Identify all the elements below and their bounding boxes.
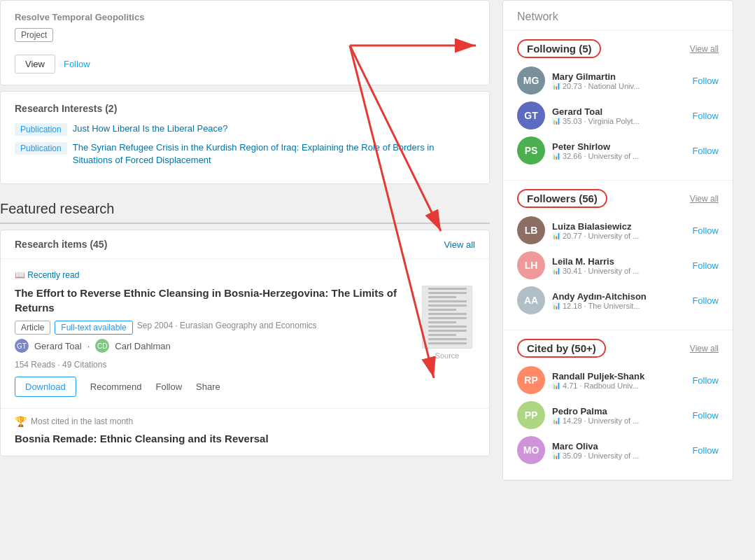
recommend-button[interactable]: Recommend: [90, 382, 142, 392]
network-title: Network: [517, 10, 558, 22]
author-avatar-1: GT: [15, 339, 29, 353]
following-person-2: GT Gerard Toal 📊 35.03 · Virginia Polyt.…: [517, 102, 719, 130]
score-icon-1: 📊: [552, 82, 560, 90]
article-title[interactable]: The Effort to Reverse Ethnic Cleansing i…: [15, 286, 408, 315]
cited-by-view-all[interactable]: View all: [690, 344, 719, 354]
pub-tag-1: Publication: [15, 123, 67, 136]
person-avatar-marc: MO: [517, 436, 545, 464]
follower-person-2: LH Leila M. Harris 📊 30.41 · University …: [517, 251, 719, 279]
follow-mary-button[interactable]: Follow: [692, 76, 719, 86]
follow-leila-button[interactable]: Follow: [692, 260, 719, 271]
article-type-tag: Article: [15, 321, 50, 335]
person-inst-luiza: University of ...: [588, 232, 640, 240]
share-button[interactable]: Share: [196, 382, 220, 392]
person-name-leila: Leila M. Harris: [552, 256, 685, 267]
person-avatar-peter: PS: [517, 136, 545, 164]
author-name-2[interactable]: Carl Dahlman: [115, 341, 170, 351]
featured-research-heading: Featured research: [0, 190, 490, 224]
project-title-partial: Resolve Temporal Geopolitics: [15, 12, 475, 22]
source-label: Source: [435, 351, 460, 360]
follow-project-button[interactable]: Follow: [64, 59, 90, 69]
article-date-journal: Sep 2004 · Eurasian Geography and Econom…: [137, 321, 317, 330]
cited-person-2: PP Pedro Palma 📊 14.29 · University of .…: [517, 401, 719, 429]
person-score-peter: 32.66: [563, 152, 582, 160]
person-name-pedro: Pedro Palma: [552, 406, 685, 416]
pub-link-2[interactable]: The Syrian Refugee Crisis in the Kurdish…: [73, 141, 475, 167]
person-score-mary: 20.73: [563, 82, 582, 90]
person-inst-andy: The Universit...: [588, 302, 640, 310]
network-panel: Network Following (5) View all MG Mary G…: [502, 0, 733, 481]
follow-andy-button[interactable]: Follow: [692, 295, 719, 306]
score-icon-2: 📊: [552, 117, 560, 125]
person-inst-mary: National Univ...: [588, 82, 640, 90]
research-items-title: Research items (45): [15, 239, 107, 250]
fulltext-tag: Full-text available: [55, 321, 132, 335]
author-avatar-2: CD: [95, 339, 109, 353]
cited-person-1: RP Randall Puljek-Shank 📊 4.71 · Radboud…: [517, 366, 719, 394]
follower-person-3: AA Andy Aydın-Aitchison 📊 12.18 · The Un…: [517, 286, 719, 314]
cited-person-3: MO Marc Oliva 📊 35.09 · University of ..…: [517, 436, 719, 464]
most-cited-label: Most cited in the last month: [31, 416, 133, 426]
person-name-mary: Mary Gilmartin: [552, 71, 685, 82]
person-name-marc: Marc Oliva: [552, 441, 685, 451]
article-authors: GT Gerard Toal · CD Carl Dahlman: [15, 339, 408, 353]
score-icon-3: 📊: [552, 152, 560, 160]
pub-link-1[interactable]: Just How Liberal Is the Liberal Peace?: [73, 122, 228, 135]
follower-person-1: LB Luiza Bialasiewicz 📊 20.77 · Universi…: [517, 216, 719, 244]
research-interests-title: Research Interests (2): [15, 103, 475, 114]
person-score-gerard: 35.03: [563, 117, 582, 125]
bottom-article-title[interactable]: Bosnia Remade: Ethnic Cleansing and its …: [1, 430, 489, 456]
book-icon: 📖: [15, 270, 25, 280]
article-thumbnail: Source: [419, 286, 475, 360]
following-section: Following (5) View all MG Mary Gilmartin…: [503, 31, 733, 181]
project-tag: Project: [15, 28, 53, 42]
person-inst-randall: Radboud Univ...: [584, 382, 638, 390]
person-avatar-randall: RP: [517, 366, 545, 394]
recently-read-label: 📖 Recently read: [15, 270, 475, 280]
person-inst-gerard: Virginia Polyt...: [588, 117, 640, 125]
person-name-peter: Peter Shirlow: [552, 141, 685, 152]
person-score-luiza: 20.77: [563, 232, 582, 240]
award-icon: 🏆: [15, 416, 27, 427]
person-score-andy: 12.18: [563, 302, 582, 310]
person-name-gerard: Gerard Toal: [552, 106, 685, 117]
person-score-marc: 35.09: [563, 451, 582, 460]
person-name-luiza: Luiza Bialasiewicz: [552, 221, 685, 232]
cited-by-title: Cited by (50+): [517, 339, 606, 358]
following-view-all[interactable]: View all: [690, 44, 719, 54]
person-score-leila: 30.41: [563, 267, 582, 275]
follow-peter-button[interactable]: Follow: [692, 146, 719, 156]
view-all-research-link[interactable]: View all: [444, 239, 475, 250]
follow-gerard-button[interactable]: Follow: [692, 111, 719, 121]
view-button[interactable]: View: [15, 55, 55, 74]
person-inst-marc: University of ...: [588, 451, 640, 460]
person-avatar-leila: LH: [517, 251, 545, 279]
following-person-1: MG Mary Gilmartin 📊 20.73 · National Uni…: [517, 66, 719, 94]
most-cited-banner: 🏆 Most cited in the last month: [1, 409, 489, 430]
follow-luiza-button[interactable]: Follow: [692, 225, 719, 236]
person-inst-leila: University of ...: [588, 267, 640, 275]
followers-view-all[interactable]: View all: [690, 194, 719, 204]
followers-title: Followers (56): [517, 189, 607, 208]
follow-article-button[interactable]: Follow: [156, 382, 183, 392]
follow-pedro-button[interactable]: Follow: [692, 410, 719, 421]
person-name-randall: Randall Puljek-Shank: [552, 371, 685, 382]
download-button[interactable]: Download: [15, 377, 76, 397]
person-avatar-andy: AA: [517, 286, 545, 314]
following-person-3: PS Peter Shirlow 📊 32.66 · University of…: [517, 136, 719, 164]
dot-separator: ·: [87, 341, 90, 351]
person-score-randall: 4.71: [563, 382, 577, 390]
pub-tag-2: Publication: [15, 142, 67, 155]
person-avatar-pedro: PP: [517, 401, 545, 429]
follow-randall-button[interactable]: Follow: [692, 375, 719, 386]
person-avatar-luiza: LB: [517, 216, 545, 244]
person-inst-pedro: University of ...: [588, 416, 640, 425]
author-name-1[interactable]: Gerard Toal: [34, 341, 82, 351]
article-stats: 154 Reads · 49 Citations: [15, 360, 475, 370]
following-title: Following (5): [517, 39, 601, 58]
publication-row-2: Publication The Syrian Refugee Crisis in…: [15, 141, 475, 167]
person-score-pedro: 14.29: [563, 416, 582, 425]
follow-marc-button[interactable]: Follow: [692, 445, 719, 456]
followers-section: Followers (56) View all LB Luiza Bialasi…: [503, 181, 733, 330]
publication-row-1: Publication Just How Liberal Is the Libe…: [15, 122, 475, 136]
